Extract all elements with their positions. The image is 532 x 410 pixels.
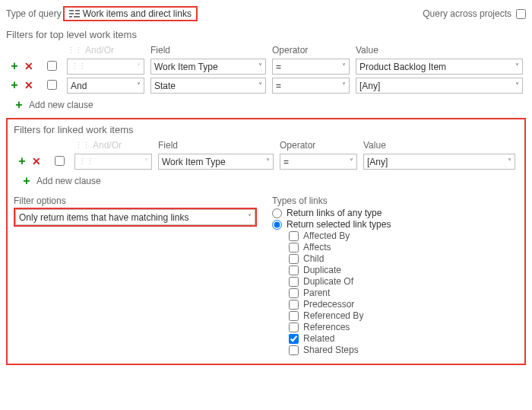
delete-row-button[interactable]: ✕ [31, 156, 42, 167]
link-type-checkbox[interactable] [289, 277, 299, 287]
field-header: Field [147, 43, 269, 57]
value-select[interactable]: [Any]˅ [356, 78, 523, 94]
chevron-down-icon: ˅ [258, 62, 262, 71]
chevron-down-icon: ˅ [508, 157, 511, 166]
linked-filters-title: Filters for linked work items [14, 124, 518, 135]
filter-options-select[interactable]: Only return items that have matching lin… [15, 209, 255, 225]
link-type-label: Predecessor [303, 299, 354, 310]
link-type-item[interactable]: Predecessor [289, 299, 518, 310]
and-or-header-label: And/Or [93, 140, 122, 151]
link-type-checkbox[interactable] [289, 288, 299, 298]
chevron-down-icon: ˅ [350, 157, 353, 166]
delete-row-button[interactable]: ✕ [24, 80, 34, 91]
and-or-select[interactable]: ⋮⋮ ˅ [74, 154, 152, 170]
grip-icon: ⋮⋮ [74, 141, 90, 151]
link-type-checkbox[interactable] [289, 265, 299, 275]
and-or-header-label: And/Or [85, 45, 114, 56]
svg-rect-2 [69, 13, 74, 14]
link-type-label: Duplicate [303, 265, 341, 275]
svg-rect-5 [74, 16, 80, 17]
link-type-label: Related [303, 333, 334, 344]
add-clause-label: Add new clause [36, 176, 101, 186]
link-type-item[interactable]: Affects [289, 242, 518, 253]
svg-rect-0 [69, 10, 74, 11]
link-types-any-radio[interactable]: Return links of any type [272, 208, 518, 218]
and-or-header: ⋮⋮ And/Or [67, 45, 144, 56]
link-type-label: Duplicate Of [303, 276, 353, 287]
field-select[interactable]: State˅ [150, 78, 266, 94]
top-filters-table: ⋮⋮ And/Or Field Operator Value + ✕ ⋮⋮ ˅ … [6, 43, 526, 95]
field-select[interactable]: Work Item Type˅ [150, 59, 266, 75]
operator-select[interactable]: =˅ [272, 78, 350, 94]
link-types-selected-radio[interactable]: Return selected link types [272, 219, 518, 230]
table-row: + ✕ ⋮⋮ ˅ Work Item Type˅ =˅ Product Back… [6, 57, 526, 76]
chevron-down-icon: ˅ [137, 81, 141, 90]
chevron-down-icon: ˅ [248, 213, 252, 221]
operator-select[interactable]: =˅ [280, 154, 357, 170]
link-type-item[interactable]: References [289, 322, 518, 332]
query-across-projects[interactable]: Query across projects [423, 8, 526, 19]
add-new-clause-button[interactable]: + Add new clause [14, 100, 93, 110]
add-row-button[interactable]: + [9, 80, 20, 91]
plus-icon: + [14, 100, 24, 110]
chevron-down-icon: ˅ [515, 81, 519, 90]
link-type-item[interactable]: Referenced By [289, 310, 518, 321]
and-or-select[interactable]: And˅ [67, 78, 144, 94]
value-select[interactable]: Product Backlog Item˅ [356, 59, 523, 75]
add-row-button[interactable]: + [17, 156, 27, 167]
value-header: Value [360, 138, 518, 152]
radio-any-label: Return links of any type [287, 208, 382, 218]
link-type-checkbox[interactable] [289, 345, 299, 355]
and-or-select[interactable]: ⋮⋮ ˅ [67, 59, 144, 75]
link-type-item[interactable]: Duplicate [289, 265, 518, 275]
chevron-down-icon: ˅ [137, 62, 141, 71]
field-select[interactable]: Work Item Type˅ [158, 154, 274, 170]
query-across-label: Query across projects [423, 8, 511, 19]
delete-row-button[interactable]: ✕ [24, 61, 34, 72]
link-type-label: Parent [303, 288, 330, 298]
svg-rect-4 [69, 16, 72, 17]
link-type-checkbox[interactable] [289, 243, 299, 253]
link-type-item[interactable]: Shared Steps [289, 345, 518, 355]
link-type-item[interactable]: Affected By [289, 230, 518, 241]
link-type-label: Affected By [303, 230, 350, 241]
link-type-label: References [303, 322, 350, 332]
row-checkbox[interactable] [47, 61, 57, 71]
value-header: Value [353, 43, 526, 57]
query-type-selector[interactable]: Work items and direct links [63, 6, 198, 21]
chevron-down-icon: ˅ [515, 62, 519, 71]
row-checkbox[interactable] [47, 80, 57, 90]
link-type-checkbox[interactable] [289, 334, 299, 344]
top-filters-title: Filters for top level work items [6, 29, 526, 40]
link-type-checkbox[interactable] [289, 231, 299, 241]
link-type-item[interactable]: Child [289, 253, 518, 264]
link-type-item[interactable]: Duplicate Of [289, 276, 518, 287]
row-checkbox[interactable] [55, 156, 65, 166]
link-type-checkbox[interactable] [289, 254, 299, 264]
link-type-checkbox[interactable] [289, 300, 299, 310]
add-new-clause-button[interactable]: + Add new clause [21, 176, 101, 186]
radio-selected-label: Return selected link types [287, 219, 391, 230]
link-type-item[interactable]: Parent [289, 288, 518, 298]
table-row: + ✕ ⋮⋮ ˅ Work Item Type˅ =˅ [Any]˅ [14, 152, 518, 171]
grip-icon: ⋮⋮ [67, 46, 82, 56]
direct-links-icon [69, 9, 80, 18]
link-type-label: Affects [303, 242, 331, 253]
query-type-value: Work items and direct links [83, 8, 192, 19]
chevron-down-icon: ˅ [342, 62, 346, 71]
link-type-item[interactable]: Related [289, 333, 518, 344]
query-across-checkbox[interactable] [516, 9, 526, 19]
value-select[interactable]: [Any]˅ [363, 154, 515, 170]
radio-any[interactable] [272, 208, 282, 218]
and-or-header: ⋮⋮ And/Or [74, 140, 152, 151]
operator-select[interactable]: =˅ [272, 59, 350, 75]
link-type-checkbox[interactable] [289, 311, 299, 321]
svg-rect-1 [75, 10, 80, 11]
chevron-down-icon: ˅ [144, 157, 148, 166]
link-type-label: Shared Steps [303, 345, 359, 355]
link-type-checkbox[interactable] [289, 323, 299, 332]
add-row-button[interactable]: + [9, 61, 20, 72]
linked-filters-table: ⋮⋮ And/Or Field Operator Value + ✕ ⋮⋮ [14, 138, 518, 171]
filter-options-label: Filter options [14, 195, 257, 206]
radio-selected[interactable] [272, 220, 282, 230]
